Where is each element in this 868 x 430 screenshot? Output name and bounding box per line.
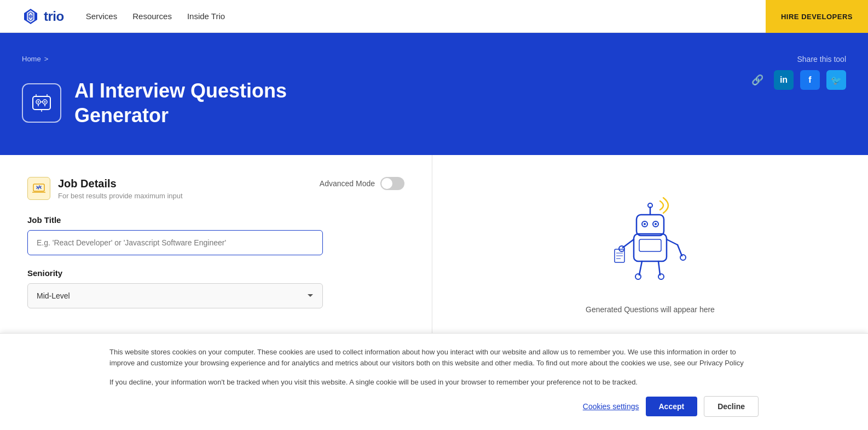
svg-line-17 bbox=[623, 239, 634, 248]
svg-line-24 bbox=[658, 261, 660, 275]
generated-questions-text: Generated Questions will appear here bbox=[586, 305, 715, 314]
job-title-input[interactable] bbox=[27, 230, 323, 255]
code-laptop-icon bbox=[32, 181, 46, 196]
job-details-subtitle: For best results provide maximum input bbox=[58, 192, 183, 200]
job-details-title: Job Details bbox=[58, 177, 183, 190]
breadcrumb-separator: > bbox=[44, 55, 49, 63]
svg-point-18 bbox=[619, 246, 624, 251]
breadcrumb: Home > bbox=[22, 55, 846, 63]
hero-title: AI Interview Questions Generator bbox=[74, 78, 287, 128]
advanced-mode-label: Advanced Mode bbox=[320, 179, 375, 188]
share-label: Share this tool bbox=[797, 55, 847, 64]
seniority-label: Seniority bbox=[27, 268, 404, 278]
breadcrumb-home[interactable]: Home bbox=[22, 55, 41, 63]
svg-rect-8 bbox=[634, 234, 667, 261]
nav-resources[interactable]: Resources bbox=[132, 12, 172, 21]
svg-line-19 bbox=[667, 239, 678, 245]
advanced-mode-toggle[interactable] bbox=[380, 177, 404, 190]
svg-point-6 bbox=[44, 101, 46, 103]
svg-rect-2 bbox=[33, 96, 50, 110]
share-twitter-icon[interactable]: 🐦 bbox=[826, 70, 846, 90]
robot-illustration bbox=[595, 185, 705, 294]
svg-point-23 bbox=[635, 274, 641, 279]
hero-share: Share this tool 🔗 in f 🐦 bbox=[748, 55, 846, 90]
hire-developers-button[interactable]: HIRE DEVELOPERS bbox=[766, 0, 868, 33]
svg-point-14 bbox=[655, 223, 657, 225]
logo-icon bbox=[22, 8, 39, 25]
job-title-group: Job Title bbox=[27, 215, 404, 255]
share-facebook-icon[interactable]: f bbox=[800, 70, 820, 90]
main-content: Job Details For best results provide max… bbox=[0, 155, 868, 343]
svg-point-5 bbox=[38, 101, 39, 103]
svg-point-13 bbox=[644, 223, 646, 225]
hero-icon-box bbox=[22, 83, 61, 123]
job-details-text: Job Details For best results provide max… bbox=[58, 177, 183, 200]
right-panel: Generated Questions will appear here bbox=[432, 155, 868, 343]
robot-container: Generated Questions will appear here bbox=[586, 185, 715, 314]
seniority-group: Seniority Mid-Level Junior Senior Lead P… bbox=[27, 268, 404, 308]
job-details-header: Job Details For best results provide max… bbox=[27, 177, 404, 200]
navbar: trio Services Resources Inside Trio HIRE… bbox=[0, 0, 868, 33]
share-linkedin-icon[interactable]: in bbox=[774, 70, 794, 90]
hero-content: AI Interview Questions Generator bbox=[22, 78, 846, 128]
advanced-mode: Advanced Mode bbox=[320, 177, 404, 190]
seniority-select[interactable]: Mid-Level Junior Senior Lead Principal bbox=[27, 283, 323, 308]
left-panel: Job Details For best results provide max… bbox=[0, 155, 432, 343]
job-icon bbox=[27, 177, 50, 200]
cookie-banner: This website stores cookies on your comp… bbox=[0, 333, 868, 343]
svg-point-25 bbox=[658, 274, 664, 279]
navbar-links: Services Resources Inside Trio bbox=[86, 12, 846, 21]
share-icons: 🔗 in f 🐦 bbox=[748, 70, 846, 90]
logo[interactable]: trio bbox=[22, 8, 64, 25]
svg-line-20 bbox=[678, 245, 682, 256]
ai-brain-icon bbox=[30, 91, 54, 115]
nav-inside-trio[interactable]: Inside Trio bbox=[187, 12, 225, 21]
job-details-title-row: Job Details For best results provide max… bbox=[27, 177, 183, 200]
nav-services[interactable]: Services bbox=[86, 12, 118, 21]
logo-text: trio bbox=[44, 9, 64, 24]
hero-banner: Home > AI Interview Questions Generator bbox=[0, 33, 868, 155]
svg-point-21 bbox=[680, 255, 686, 260]
svg-line-22 bbox=[639, 261, 642, 275]
share-link-icon[interactable]: 🔗 bbox=[748, 70, 767, 90]
svg-rect-10 bbox=[636, 215, 664, 236]
svg-rect-9 bbox=[639, 239, 661, 251]
job-title-label: Job Title bbox=[27, 215, 404, 225]
